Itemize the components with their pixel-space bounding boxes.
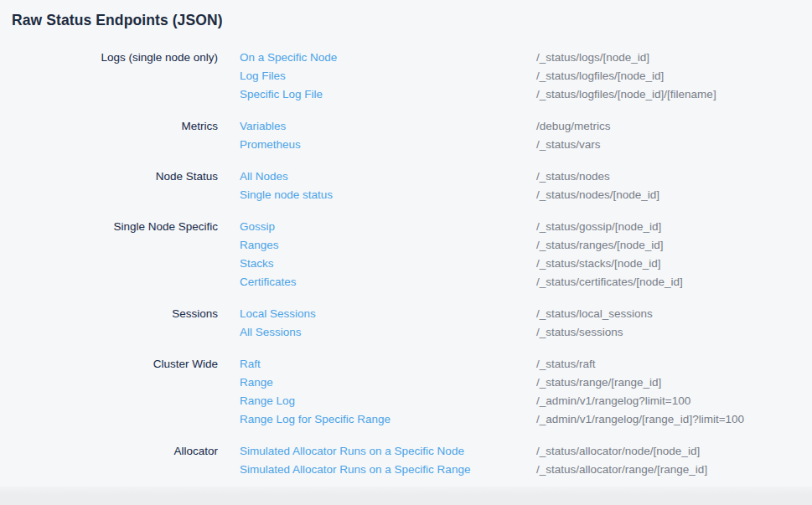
category-label: Logs (single node only) [0,49,240,104]
endpoint-link[interactable]: All Sessions [240,323,536,342]
endpoint-rows: Local Sessions/_status/local_sessionsAll… [240,305,812,342]
endpoint-row: Certificates/_status/certificates/[node_… [240,273,812,291]
endpoint-section: AllocatorSimulated Allocator Runs on a S… [0,442,812,479]
raw-status-endpoints-page: Raw Status Endpoints (JSON) Logs (single… [0,0,812,487]
endpoint-link[interactable]: Local Sessions [240,305,536,323]
endpoint-row: Simulated Allocator Runs on a Specific N… [240,442,812,461]
endpoint-link[interactable]: Specific Log File [240,85,536,104]
endpoint-path: /_status/certificates/[node_id] [536,273,812,291]
endpoint-rows: On a Specific Node/_status/logs/[node_id… [240,49,812,104]
endpoint-path: /_status/sessions [536,323,812,342]
endpoint-link[interactable]: Single node status [240,186,536,204]
endpoint-row: On a Specific Node/_status/logs/[node_id… [240,49,812,67]
category-label: Node Status [0,167,240,204]
endpoint-rows: Simulated Allocator Runs on a Specific N… [240,442,812,479]
endpoints-list: Logs (single node only)On a Specific Nod… [0,49,812,479]
category-label: Single Node Specific [0,218,240,291]
endpoint-path: /_status/stacks/[node_id] [536,255,812,273]
endpoint-path: /_status/nodes [536,167,812,186]
endpoint-link[interactable]: Range [240,374,536,392]
endpoint-path: /debug/metrics [536,117,812,136]
endpoint-section: Single Node SpecificGossip/_status/gossi… [0,218,812,291]
endpoint-link[interactable]: Ranges [240,236,536,255]
endpoint-path: /_status/logfiles/[node_id]/[filename] [536,85,812,104]
endpoint-link[interactable]: Gossip [240,218,536,236]
endpoint-path: /_admin/v1/rangelog?limit=100 [536,392,812,410]
endpoint-path: /_status/logfiles/[node_id] [536,67,812,85]
endpoint-path: /_status/gossip/[node_id] [536,218,812,236]
category-label: Sessions [0,305,240,342]
endpoint-rows: Raft/_status/raftRange/_status/range/[ra… [240,355,812,429]
endpoint-path: /_status/nodes/[node_id] [536,186,812,204]
endpoint-link[interactable]: Variables [240,117,536,136]
endpoint-row: Local Sessions/_status/local_sessions [240,305,812,323]
endpoint-path: /_status/vars [536,136,812,154]
endpoint-path: /_admin/v1/rangelog/[range_id]?limit=100 [536,410,812,429]
endpoint-link[interactable]: On a Specific Node [240,49,536,67]
endpoint-link[interactable]: Simulated Allocator Runs on a Specific R… [240,461,536,479]
endpoint-section: Node StatusAll Nodes/_status/nodesSingle… [0,167,812,204]
endpoint-link[interactable]: All Nodes [240,167,536,186]
page-bottom-strip [0,487,812,505]
endpoint-row: Simulated Allocator Runs on a Specific R… [240,461,812,479]
endpoint-link[interactable]: Raft [240,355,536,374]
endpoint-path: /_status/allocator/node/[node_id] [536,442,812,461]
endpoint-link[interactable]: Range Log [240,392,536,410]
endpoint-row: Range Log for Specific Range/_admin/v1/r… [240,410,812,429]
endpoint-rows: Gossip/_status/gossip/[node_id]Ranges/_s… [240,218,812,291]
endpoint-row: All Sessions/_status/sessions [240,323,812,342]
endpoint-path: /_status/local_sessions [536,305,812,323]
endpoint-row: Specific Log File/_status/logfiles/[node… [240,85,812,104]
endpoint-row: Prometheus/_status/vars [240,136,812,154]
endpoint-section: Cluster WideRaft/_status/raftRange/_stat… [0,355,812,429]
endpoint-link[interactable]: Range Log for Specific Range [240,410,536,429]
endpoint-link[interactable]: Prometheus [240,136,536,154]
endpoint-row: Variables/debug/metrics [240,117,812,136]
page-title: Raw Status Endpoints (JSON) [12,12,812,29]
endpoint-section: Logs (single node only)On a Specific Nod… [0,49,812,104]
endpoint-rows: Variables/debug/metricsPrometheus/_statu… [240,117,812,154]
category-label: Cluster Wide [0,355,240,429]
endpoint-row: Stacks/_status/stacks/[node_id] [240,255,812,273]
endpoint-path: /_status/range/[range_id] [536,374,812,392]
endpoint-row: All Nodes/_status/nodes [240,167,812,186]
endpoint-row: Raft/_status/raft [240,355,812,374]
endpoint-section: SessionsLocal Sessions/_status/local_ses… [0,305,812,342]
endpoint-path: /_status/logs/[node_id] [536,49,812,67]
category-label: Allocator [0,442,240,479]
endpoint-row: Range/_status/range/[range_id] [240,374,812,392]
endpoint-row: Ranges/_status/ranges/[node_id] [240,236,812,255]
endpoint-link[interactable]: Stacks [240,255,536,273]
endpoint-row: Range Log/_admin/v1/rangelog?limit=100 [240,392,812,410]
endpoint-section: MetricsVariables/debug/metricsPrometheus… [0,117,812,154]
endpoint-path: /_status/raft [536,355,812,374]
endpoint-row: Gossip/_status/gossip/[node_id] [240,218,812,236]
endpoint-rows: All Nodes/_status/nodesSingle node statu… [240,167,812,204]
endpoint-link[interactable]: Log Files [240,67,536,85]
endpoint-path: /_status/ranges/[node_id] [536,236,812,255]
endpoint-link[interactable]: Simulated Allocator Runs on a Specific N… [240,442,536,461]
endpoint-row: Log Files/_status/logfiles/[node_id] [240,67,812,85]
endpoint-path: /_status/allocator/range/[range_id] [536,461,812,479]
endpoint-row: Single node status/_status/nodes/[node_i… [240,186,812,204]
endpoint-link[interactable]: Certificates [240,273,536,291]
category-label: Metrics [0,117,240,154]
